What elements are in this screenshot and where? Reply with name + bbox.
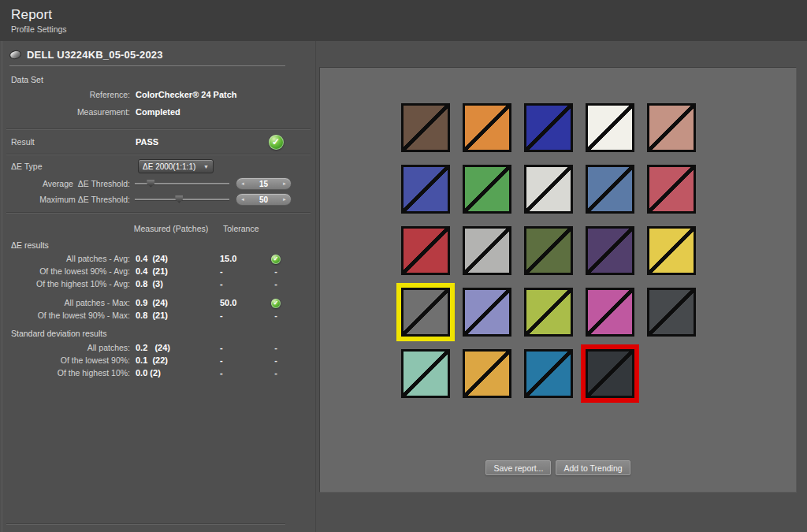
patch-grid <box>401 103 696 411</box>
color-patch[interactable] <box>586 349 634 398</box>
maximum-threshold-stepper[interactable]: ◄ 50 ► <box>236 193 292 206</box>
row-pass-check-icon: ✓ <box>271 255 281 264</box>
table-row: All patches: 0.2 (24) - - <box>0 341 315 354</box>
maximum-threshold-slider[interactable] <box>135 199 229 201</box>
de-type-dropdown[interactable]: ΔE 2000(1:1:1) ▼ <box>138 159 214 173</box>
color-patch[interactable] <box>524 349 573 398</box>
result-label: Result <box>11 137 130 147</box>
color-patch[interactable] <box>463 288 511 337</box>
row-measured: 0.4 (24) <box>130 254 212 263</box>
row-label: All patches - Max: <box>11 298 130 307</box>
row-tolerance: - <box>212 266 258 276</box>
patch-row <box>401 349 696 398</box>
measurement-label: Measurement: <box>11 107 130 117</box>
result-row: Result PASS ✓ <box>0 130 315 154</box>
result-value: PASS <box>130 137 212 147</box>
report-settings-pane: DELL U3224KB_05-05-2023 Data Set Referen… <box>0 41 315 532</box>
color-patch[interactable] <box>463 165 511 214</box>
de-type-row: ΔE Type ΔE 2000(1:1:1) ▼ <box>0 157 315 176</box>
row-tolerance: 15.0 <box>212 254 258 263</box>
color-patch[interactable] <box>524 288 573 337</box>
row-tolerance: 50.0 <box>212 298 258 307</box>
table-row: All patches - Max: 0.9 (24) 50.0 ✓ <box>0 296 315 309</box>
stepper-decrement-icon[interactable]: ◄ <box>240 181 245 186</box>
average-threshold-row: Average ΔE Threshold: ◄ 15 ► <box>0 176 315 192</box>
row-status: - <box>258 355 294 365</box>
chevron-down-icon: ▼ <box>203 164 209 169</box>
color-patch[interactable] <box>401 103 450 152</box>
patch-row <box>401 103 696 152</box>
separator <box>6 154 311 155</box>
separator <box>6 212 311 214</box>
row-status: - <box>258 311 294 320</box>
page-subtitle: Profile Settings <box>11 24 67 34</box>
color-patch[interactable] <box>524 165 573 214</box>
row-label: Of the highest 10%: <box>11 368 130 378</box>
stepper-increment-icon[interactable]: ► <box>282 181 287 186</box>
color-patch[interactable] <box>586 288 634 337</box>
color-patch[interactable] <box>647 226 696 275</box>
display-icon <box>9 49 22 60</box>
row-label: Of the lowest 90%: <box>11 355 130 365</box>
average-threshold-slider[interactable] <box>135 183 229 185</box>
color-patch[interactable] <box>401 288 450 337</box>
stepper-decrement-icon[interactable]: ◄ <box>240 197 245 202</box>
row-pass-check-icon: ✓ <box>271 299 281 308</box>
maximum-threshold-row: Maximum ΔE Threshold: ◄ 50 ► <box>0 192 315 207</box>
results-table-header: Measured (Patches) Tolerance <box>0 223 315 234</box>
color-patch[interactable] <box>647 165 696 214</box>
page-title: Report <box>11 7 52 23</box>
panel-buttons: Save report... Add to Trending <box>320 460 796 475</box>
row-tolerance: - <box>212 279 258 288</box>
row-tolerance: - <box>212 355 258 365</box>
color-patch[interactable] <box>586 103 634 152</box>
table-row: Of the highest 10%: 0.0 (2) - - <box>0 366 315 379</box>
color-patch[interactable] <box>401 226 450 275</box>
patch-row <box>401 165 696 214</box>
measurement-row: Measurement: Completed <box>0 103 315 121</box>
color-patch[interactable] <box>524 103 573 152</box>
save-report-button[interactable]: Save report... <box>485 460 551 475</box>
patch-row <box>401 226 696 275</box>
separator <box>6 523 285 525</box>
reference-value: ColorChecker® 24 Patch <box>130 90 294 99</box>
row-measured: 0.8 (3) <box>130 279 212 288</box>
row-status: - <box>258 368 294 378</box>
report-panel: Save report... Add to Trending <box>319 67 797 493</box>
color-patch[interactable] <box>524 226 573 275</box>
color-patch[interactable] <box>586 226 634 275</box>
row-label: Of the lowest 90% - Avg: <box>11 266 130 276</box>
average-threshold-value: 15 <box>259 180 268 188</box>
row-status: - <box>258 343 294 352</box>
color-patch[interactable] <box>463 103 511 152</box>
maximum-threshold-label: Maximum ΔE Threshold: <box>11 195 130 204</box>
row-status: - <box>258 266 294 276</box>
color-patch[interactable] <box>647 103 696 152</box>
de-type-selected-value: ΔE 2000(1:1:1) <box>143 162 195 171</box>
de-type-label: ΔE Type <box>11 162 130 171</box>
row-measured: 0.8 (21) <box>130 311 212 320</box>
pane-edge-line <box>2 41 2 532</box>
row-label: Of the lowest 90% - Max: <box>11 311 130 320</box>
slider-thumb[interactable] <box>147 180 154 188</box>
color-patch[interactable] <box>586 165 634 214</box>
color-patch[interactable] <box>401 349 450 398</box>
color-patch[interactable] <box>401 165 450 214</box>
slider-thumb[interactable] <box>175 195 183 203</box>
row-measured: 0.9 (24) <box>130 298 212 307</box>
stepper-increment-icon[interactable]: ► <box>282 197 287 202</box>
color-patch[interactable] <box>463 349 511 398</box>
table-row: Of the lowest 90%: 0.1 (22) - - <box>0 354 315 366</box>
row-tolerance: - <box>212 311 258 320</box>
table-row: Of the highest 10% - Avg: 0.8 (3) - - <box>0 277 315 290</box>
top-bar: Report Profile Settings <box>0 0 807 41</box>
de-results-group-label: ΔE results <box>11 240 315 250</box>
color-patch[interactable] <box>647 288 696 337</box>
row-label: Of the highest 10% - Avg: <box>11 279 130 288</box>
table-row: Of the lowest 90% - Avg: 0.4 (21) - - <box>0 265 315 277</box>
average-threshold-stepper[interactable]: ◄ 15 ► <box>236 177 292 190</box>
color-patch[interactable] <box>463 226 511 275</box>
add-to-trending-button[interactable]: Add to Trending <box>556 460 630 475</box>
reference-label: Reference: <box>11 90 130 99</box>
row-measured: 0.2 (24) <box>130 343 212 352</box>
